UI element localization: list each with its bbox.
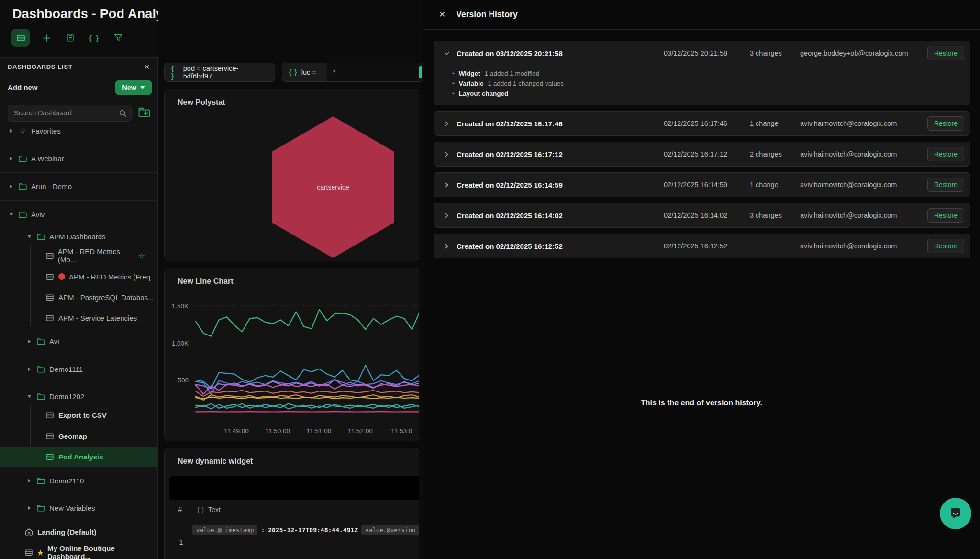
- restore-button[interactable]: Restore: [927, 46, 964, 60]
- sidebar-item-demo1202[interactable]: Demo1202: [0, 386, 157, 406]
- save-dashboard-button[interactable]: [63, 31, 78, 45]
- column-text-header[interactable]: Text: [208, 506, 221, 514]
- version-history-row[interactable]: Created on 02/12/2025 16:14:5902/12/2025…: [434, 172, 970, 197]
- caret-down-icon[interactable]: [9, 212, 15, 217]
- sidebar-item-arun-demo[interactable]: Arun - Demo: [0, 176, 157, 196]
- version-row-header[interactable]: Created on 02/12/2025 16:14:0202/12/2025…: [434, 203, 970, 227]
- table-row[interactable]: 1 value.@timestamp:2025-12-17T09:48:44.4…: [169, 519, 419, 558]
- close-icon[interactable]: ✕: [439, 10, 445, 20]
- sidebar-item-pod-analysis[interactable]: Pod Analysis: [0, 447, 157, 467]
- sidebar-item-label: APM - PostgreSQL Databas...: [58, 293, 154, 302]
- caret-right-icon[interactable]: [27, 339, 33, 344]
- svg-text:500: 500: [178, 377, 189, 384]
- braces-icon: { }: [171, 65, 179, 80]
- widget-dynamic[interactable]: New dynamic widget # { } Text 1 value.@t…: [164, 448, 419, 559]
- version-history-row[interactable]: Created on 02/12/2025 16:14:0202/12/2025…: [434, 203, 970, 228]
- version-row-header[interactable]: Created on 02/12/2025 16:17:1202/12/2025…: [434, 142, 970, 166]
- version-changes-count: 1 change: [750, 181, 779, 189]
- filter-button[interactable]: [111, 31, 125, 45]
- sidebar-item-my-online-boutique[interactable]: ★My Online Boutique Dashboard...: [0, 542, 157, 559]
- sidebar-item-export-to-csv[interactable]: Export to CSV: [0, 405, 157, 425]
- change-detail-item: •Variable1 added 1 changed values: [452, 80, 960, 87]
- sidebar-item-apm-service-latencies[interactable]: APM - Service Latencies: [0, 308, 157, 328]
- version-history-row[interactable]: Created on 02/12/2025 16:12:5202/12/2025…: [434, 234, 970, 258]
- widget-polystat[interactable]: New Polystat cartservice: [164, 89, 419, 261]
- dashboard-icon: [46, 412, 55, 419]
- caret-right-icon[interactable]: [9, 156, 15, 161]
- restore-button[interactable]: Restore: [927, 116, 964, 131]
- variable-luc-input[interactable]: *: [327, 63, 423, 81]
- sidebar-item-apm-red-metrics-freq[interactable]: APM - RED Metrics (Freq...: [0, 267, 157, 287]
- dashboards-list-toggle-button[interactable]: [11, 29, 30, 47]
- restore-button[interactable]: Restore: [927, 178, 964, 192]
- sidebar-item-new-variables[interactable]: New Variables: [0, 498, 157, 518]
- caret-right-icon[interactable]: [27, 478, 33, 483]
- chevron-right-icon[interactable]: [444, 212, 450, 219]
- sidebar-item-aviv[interactable]: Aviv: [0, 204, 157, 224]
- version-history-row[interactable]: Created on 03/12/2025 20:21:5803/12/2025…: [434, 41, 970, 105]
- folder-icon: [37, 366, 45, 373]
- folder-icon: [37, 477, 45, 484]
- caret-right-icon[interactable]: [9, 184, 15, 189]
- caret-right-icon[interactable]: [9, 128, 15, 134]
- favorite-star-icon[interactable]: ☆: [138, 251, 157, 260]
- log-field-key: value.@version: [361, 525, 419, 535]
- version-row-header[interactable]: Created on 02/12/2025 16:14:5902/12/2025…: [434, 173, 970, 197]
- variable-chip-luc[interactable]: { } luc = *: [282, 63, 423, 82]
- chevron-down-icon[interactable]: [444, 50, 450, 56]
- chevron-right-icon[interactable]: [444, 182, 450, 188]
- sidebar-item-geomap[interactable]: Geomap: [0, 426, 157, 446]
- dashboards-sidebar: DASHBOARDS LIST ✕ Add new New ☆Favorites…: [0, 57, 158, 559]
- red-dot-icon: [58, 273, 65, 280]
- restore-button[interactable]: Restore: [927, 208, 964, 223]
- sidebar-item-avi[interactable]: Avi: [0, 331, 157, 351]
- folder-icon: [19, 155, 27, 162]
- sidebar-item-apm-postgresql[interactable]: APM - PostgreSQL Databas...: [0, 287, 157, 307]
- sidebar-item-apm-red-metrics-mo[interactable]: APM - RED Metrics (Mo...☆: [0, 246, 157, 266]
- dashboard-icon: [46, 294, 55, 301]
- add-widget-button[interactable]: [39, 31, 54, 45]
- caret-right-icon[interactable]: [27, 367, 33, 372]
- change-detail-item: •Widget1 added 1 modified: [452, 70, 960, 77]
- chevron-right-icon[interactable]: [444, 151, 450, 157]
- folder-icon: [37, 338, 45, 345]
- version-change-details: •Widget1 added 1 modified•Variable1 adde…: [434, 65, 970, 105]
- version-author-email: aviv.haimovitch@coralogix.com: [800, 181, 897, 189]
- widget-line-chart[interactable]: New Line Chart 1.50K1.00K50011:49:0011:5…: [164, 268, 419, 441]
- dynamic-widget-query-input[interactable]: [169, 476, 419, 500]
- version-history-row[interactable]: Created on 02/12/2025 16:17:4602/12/2025…: [434, 111, 970, 136]
- sidebar-item-demo1111[interactable]: Demo1111: [0, 359, 157, 379]
- line-chart-plot: 1.50K1.00K50011:49:0011:50:0011:51:0011:…: [165, 268, 419, 441]
- favorite-star-icon: ★: [37, 549, 44, 556]
- version-changes-count: 3 changes: [750, 49, 782, 57]
- sidebar-item-favorites[interactable]: ☆Favorites: [0, 121, 157, 141]
- caret-down-icon[interactable]: [27, 234, 33, 239]
- sidebar-item-label: APM - RED Metrics (Freq...: [69, 273, 156, 281]
- caret-right-icon[interactable]: [27, 505, 33, 511]
- sidebar-item-label: Favorites: [31, 127, 61, 135]
- restore-button[interactable]: Restore: [927, 147, 964, 161]
- caret-down-icon[interactable]: [27, 394, 33, 399]
- sidebar-item-apm-dashboards[interactable]: APM Dashboards: [0, 226, 157, 246]
- version-row-header[interactable]: Created on 02/12/2025 16:12:5202/12/2025…: [434, 234, 970, 258]
- divider: [323, 63, 323, 81]
- sidebar-item-label: Demo2110: [49, 477, 84, 485]
- variable-luc-label: luc =: [301, 68, 316, 76]
- folder-icon: [37, 504, 45, 512]
- chevron-right-icon[interactable]: [444, 243, 450, 249]
- dashboard-icon: [46, 433, 55, 440]
- chat-launcher-button[interactable]: [940, 498, 971, 529]
- folder-icon: [19, 183, 27, 190]
- version-changes-count: 1 change: [750, 120, 779, 127]
- version-history-row[interactable]: Created on 02/12/2025 16:17:1202/12/2025…: [434, 142, 970, 167]
- sidebar-item-demo2110[interactable]: Demo2110: [0, 470, 157, 491]
- restore-button[interactable]: Restore: [927, 239, 964, 253]
- chevron-right-icon[interactable]: [444, 121, 450, 127]
- version-title: Created on 02/12/2025 16:14:59: [457, 181, 563, 189]
- sidebar-item-a-webinar[interactable]: A Webinar: [0, 148, 157, 168]
- version-row-header[interactable]: Created on 02/12/2025 16:17:4602/12/2025…: [434, 112, 970, 135]
- sidebar-item-landing-default[interactable]: Landing (Default): [0, 522, 157, 542]
- variable-chip-pod[interactable]: { } pod = cartservice-5df6bd97...: [164, 63, 275, 82]
- version-row-header[interactable]: Created on 03/12/2025 20:21:5803/12/2025…: [434, 41, 970, 65]
- variables-button[interactable]: { }: [87, 31, 101, 45]
